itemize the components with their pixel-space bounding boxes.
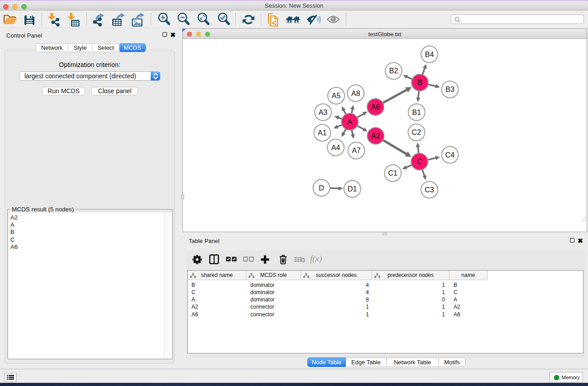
svg-text:B3: B3 [445, 86, 454, 93]
svg-text:C2: C2 [412, 129, 421, 136]
svg-text:A3: A3 [319, 109, 328, 116]
svg-text:A8: A8 [351, 90, 360, 97]
svg-text:A1: A1 [318, 129, 327, 137]
svg-text:A: A [348, 118, 353, 126]
svg-text:C4: C4 [445, 151, 455, 159]
svg-text:A5: A5 [332, 92, 341, 100]
svg-text:B1: B1 [412, 109, 421, 116]
svg-text:C1: C1 [388, 169, 398, 177]
svg-text:D: D [319, 184, 324, 192]
svg-text:A6: A6 [371, 103, 380, 111]
svg-text:B2: B2 [389, 67, 398, 75]
svg-text:C: C [417, 158, 422, 166]
svg-text:D1: D1 [348, 185, 357, 193]
svg-text:A2: A2 [371, 132, 380, 140]
svg-text:A7: A7 [352, 147, 361, 154]
svg-text:C3: C3 [425, 186, 434, 194]
svg-text:B: B [417, 79, 422, 86]
svg-text:A4: A4 [331, 144, 340, 152]
svg-text:B4: B4 [425, 51, 434, 58]
